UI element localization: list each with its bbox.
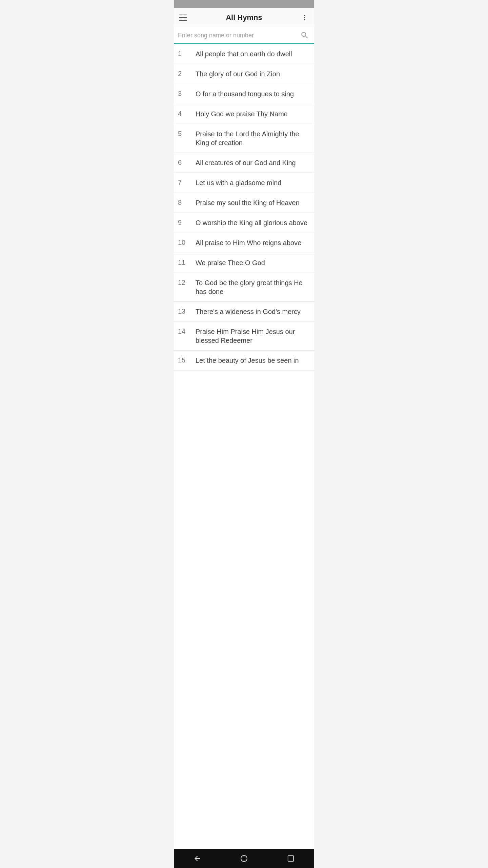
hymn-number: 15 [178,356,196,364]
hymn-title: All creatures of our God and King [196,158,310,167]
hymn-list-item[interactable]: 5Praise to the Lord the Almighty the Kin… [174,124,314,153]
hymn-list: 1All people that on earth do dwell2The g… [174,44,314,849]
hymn-list-item[interactable]: 1All people that on earth do dwell [174,44,314,64]
hymn-title: The glory of our God in Zion [196,70,310,78]
hymn-number: 1 [178,50,196,58]
hymn-title: There's a wideness in God's mercy [196,307,310,316]
menu-icon[interactable] [179,14,187,22]
status-bar [174,0,314,8]
hymn-title: Praise Him Praise Him Jesus our blessed … [196,327,310,345]
hymn-number: 9 [178,218,196,226]
hymn-list-item[interactable]: 14Praise Him Praise Him Jesus our blesse… [174,322,314,351]
hymn-list-item[interactable]: 3O for a thousand tongues to sing [174,84,314,104]
search-bar [174,27,314,44]
hymn-title: We praise Thee O God [196,258,310,267]
home-icon [240,854,248,863]
hymn-title: O worship the King all glorious above [196,218,310,227]
hymn-list-item[interactable]: 13There's a wideness in God's mercy [174,302,314,322]
hymn-title: To God be the glory great things He has … [196,278,310,296]
hymn-list-item[interactable]: 12To God be the glory great things He ha… [174,273,314,302]
hymn-number: 8 [178,198,196,206]
recent-apps-icon [287,855,294,862]
hymn-title: All people that on earth do dwell [196,50,310,58]
more-vertical-icon[interactable] [301,14,309,22]
hymn-number: 11 [178,258,196,267]
hymn-title: All praise to Him Who reigns above [196,238,310,247]
hymn-number: 3 [178,90,196,98]
search-icon [300,31,309,40]
hymn-title: O for a thousand tongues to sing [196,90,310,98]
hymn-number: 7 [178,178,196,186]
home-button[interactable] [236,850,252,867]
hymn-list-item[interactable]: 9O worship the King all glorious above [174,213,314,233]
back-icon [193,854,201,863]
hymn-title: Praise my soul the King of Heaven [196,198,310,207]
app-bar: All Hymns [174,8,314,27]
svg-rect-1 [288,856,294,862]
hymn-list-item[interactable]: 7Let us with a gladsome mind [174,173,314,193]
hymn-title: Praise to the Lord the Almighty the King… [196,130,310,147]
hymn-list-item[interactable]: 8Praise my soul the King of Heaven [174,193,314,213]
nav-bar [174,849,314,868]
hymn-list-item[interactable]: 2The glory of our God in Zion [174,64,314,84]
hymn-number: 5 [178,130,196,138]
hymn-title: Holy God we praise Thy Name [196,110,310,118]
recent-apps-button[interactable] [283,850,299,867]
hymn-number: 10 [178,238,196,246]
svg-point-0 [241,855,247,862]
hymn-title: Let us with a gladsome mind [196,178,310,187]
hymn-number: 4 [178,110,196,118]
search-icon-button[interactable] [299,30,310,41]
hymn-list-item[interactable]: 10All praise to Him Who reigns above [174,233,314,253]
hymn-title: Let the beauty of Jesus be seen in [196,356,310,365]
app-title: All Hymns [187,13,301,22]
hymn-number: 13 [178,307,196,315]
hymn-list-item[interactable]: 6All creatures of our God and King [174,153,314,173]
hymn-number: 6 [178,158,196,166]
hymn-number: 12 [178,278,196,287]
hymn-list-item[interactable]: 11We praise Thee O God [174,253,314,273]
hymn-number: 14 [178,327,196,335]
hymn-list-item[interactable]: 4Holy God we praise Thy Name [174,104,314,124]
hymn-number: 2 [178,70,196,78]
search-input[interactable] [178,32,299,39]
back-button[interactable] [189,850,205,867]
hymn-list-item[interactable]: 15Let the beauty of Jesus be seen in [174,351,314,371]
